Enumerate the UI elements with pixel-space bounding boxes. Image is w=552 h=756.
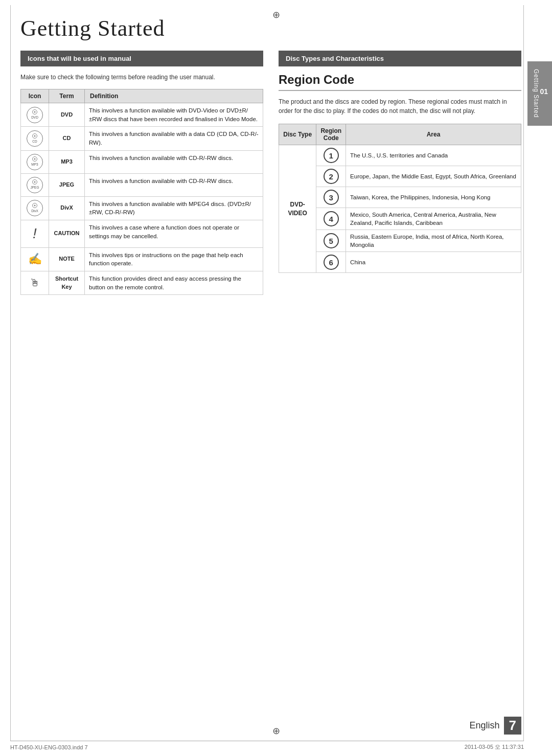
region-code-cell: 5 (316, 230, 346, 252)
table-row: MP3 MP3This involves a function availabl… (21, 150, 263, 173)
region-header-area: Area (346, 124, 521, 145)
disc-icon: MP3 (27, 154, 43, 170)
page-number: 7 (504, 717, 521, 735)
area-cell: Russia, Eastern Europe, India, most of A… (346, 230, 521, 252)
icon-cell: DVD (21, 103, 49, 127)
region-number-icon: 5 (324, 233, 339, 248)
definition-cell: This involves tips or instructions on th… (85, 247, 263, 271)
icon-cell: CD (21, 127, 49, 150)
table-row: JPEG JPEGThis involves a function availa… (21, 173, 263, 196)
region-code-cell: 4 (316, 208, 346, 230)
svg-point-3 (34, 135, 36, 136)
region-table: Disc Type RegionCode Area DVD-VIDEO1The … (279, 124, 521, 273)
term-cell: CD (49, 127, 85, 150)
caution-icon: ! (33, 225, 37, 241)
table-row: CD CDThis involves a function available … (21, 127, 263, 150)
term-cell: CAUTION (49, 220, 85, 248)
disc-icon: CD (27, 130, 43, 147)
term-cell: DVD (49, 103, 85, 127)
definition-cell: This involves a function available with … (85, 173, 263, 196)
icon-cell: JPEG (21, 173, 49, 196)
english-page-label: English 7 (469, 717, 521, 735)
shortcut-icon: 🖱 (30, 277, 40, 288)
icon-cell: ✍ (21, 247, 49, 271)
region-code-title: Region Code (279, 73, 521, 91)
two-column-layout: Icons that will be used in manual Make s… (20, 51, 521, 725)
table-row: DVD DVDThis involves a function availabl… (21, 103, 263, 127)
term-cell: NOTE (49, 247, 85, 271)
area-cell: Taiwan, Korea, the Philippines, Indonesi… (346, 187, 521, 208)
region-code-cell: 6 (316, 252, 346, 273)
region-number-icon: 2 (324, 169, 339, 184)
term-cell: Shortcut Key (49, 271, 85, 294)
icon-cell: ! (21, 220, 49, 248)
svg-point-5 (34, 158, 36, 160)
term-cell: JPEG (49, 173, 85, 196)
table-row: DivX DivXThis involves a function availa… (21, 196, 263, 220)
term-cell: MP3 (49, 150, 85, 173)
table-row: ✍NOTEThis involves tips or instructions … (21, 247, 263, 271)
region-number-icon: 4 (324, 211, 339, 226)
area-cell: The U.S., U.S. territories and Canada (346, 145, 521, 166)
icon-cell: DivX (21, 196, 49, 220)
english-text: English (469, 720, 499, 731)
definition-cell: This involves a function available with … (85, 127, 263, 150)
region-number-icon: 1 (324, 148, 339, 163)
area-cell: Mexico, South America, Central America, … (346, 208, 521, 230)
region-code-cell: 3 (316, 187, 346, 208)
region-code-cell: 1 (316, 145, 346, 166)
region-code-cell: 2 (316, 166, 346, 187)
svg-point-1 (34, 111, 36, 113)
disc-icon: DivX (27, 200, 43, 216)
definition-cell: This involves a case where a function do… (85, 220, 263, 248)
region-number-icon: 3 (324, 190, 339, 205)
right-section-header: Disc Types and Characteristics (279, 51, 521, 66)
icon-cell: MP3 (21, 150, 49, 173)
svg-point-7 (34, 181, 36, 183)
table-row: 🖱Shortcut KeyThis function provides dire… (21, 271, 263, 294)
right-column: Disc Types and Characteristics Region Co… (279, 51, 521, 725)
right-border (523, 5, 524, 741)
left-column: Icons that will be used in manual Make s… (20, 51, 263, 725)
region-desc: The product and the discs are coded by r… (279, 97, 521, 116)
crosshair-bottom-icon: ⊕ (272, 725, 280, 737)
sidebar-tab: 01 Getting Started (527, 61, 552, 126)
table-header-definition: Definition (85, 89, 263, 103)
main-content: Getting Started Icons that will be used … (20, 15, 521, 725)
region-number-icon: 6 (324, 255, 339, 270)
note-icon: ✍ (28, 253, 42, 265)
region-row: DVD-VIDEO1The U.S., U.S. territories and… (279, 145, 521, 166)
left-section-header: Icons that will be used in manual (20, 51, 263, 66)
table-header-icon: Icon (21, 89, 49, 103)
icons-table: Icon Term Definition DVD DVDThis involve… (20, 89, 263, 295)
definition-cell: This involves a function available with … (85, 103, 263, 127)
svg-point-9 (34, 205, 36, 207)
table-header-term: Term (49, 89, 85, 103)
tab-text: Getting Started (533, 69, 540, 118)
tab-number: 01 (540, 87, 548, 96)
region-header-disc-type: Disc Type (279, 124, 316, 145)
footer-right: 2011-03-05 오 11:37:31 (465, 743, 524, 751)
definition-cell: This involves a function available with … (85, 196, 263, 220)
left-border (10, 5, 11, 741)
definition-cell: This involves a function available with … (85, 150, 263, 173)
disc-icon: DVD (27, 107, 43, 123)
page-title: Getting Started (20, 15, 521, 41)
definition-cell: This function provides direct and easy a… (85, 271, 263, 294)
bottom-bar: HT-D450-XU-ENG-0303.indd 7 2011-03-05 오 … (10, 741, 524, 751)
region-header-code: RegionCode (316, 124, 346, 145)
footer-left: HT-D450-XU-ENG-0303.indd 7 (10, 744, 88, 750)
intro-text: Make sure to check the following terms b… (20, 73, 263, 82)
icon-cell: 🖱 (21, 271, 49, 294)
disc-type-cell: DVD-VIDEO (279, 145, 316, 273)
area-cell: China (346, 252, 521, 273)
area-cell: Europe, Japan, the Middle East, Egypt, S… (346, 166, 521, 187)
disc-icon: JPEG (27, 177, 43, 193)
table-row: !CAUTIONThis involves a case where a fun… (21, 220, 263, 248)
term-cell: DivX (49, 196, 85, 220)
